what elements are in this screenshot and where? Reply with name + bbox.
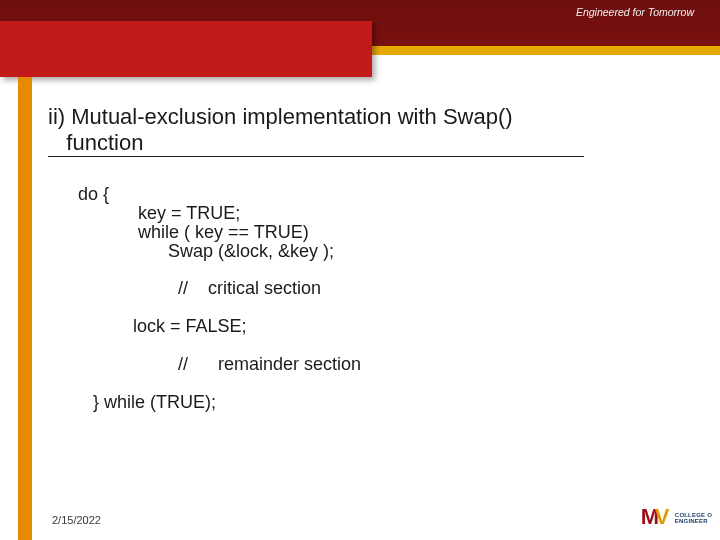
code-line: Swap (&lock, &key ); xyxy=(78,241,334,261)
title-line-2: function xyxy=(66,130,143,155)
footer-date: 2/15/2022 xyxy=(52,514,101,526)
code-line: lock = FALSE; xyxy=(78,316,247,336)
logo-text: COLLEGE O ENGINEER xyxy=(675,512,712,525)
college-logo: M V COLLEGE O ENGINEER xyxy=(641,506,712,530)
code-block: do { key = TRUE; while ( key == TRUE) Sw… xyxy=(78,166,660,412)
logo-text-bottom: ENGINEER xyxy=(675,518,708,524)
tagline-text: Engineered for Tomorrow xyxy=(576,6,694,18)
logo-text-top: COLLEGE O xyxy=(675,512,712,518)
logo-v-icon: V xyxy=(655,506,670,528)
title-line-1: ii) Mutual-exclusion implementation with… xyxy=(48,104,513,129)
slide-title: ii) Mutual-exclusion implementation with… xyxy=(48,104,680,156)
code-line: do { xyxy=(78,184,109,204)
logo-mark: M V xyxy=(641,506,671,530)
code-line: // remainder section xyxy=(78,354,361,374)
code-line: while ( key == TRUE) xyxy=(78,222,309,242)
code-line: } while (TRUE); xyxy=(78,392,216,412)
code-line: key = TRUE; xyxy=(78,203,240,223)
code-line: // critical section xyxy=(78,278,321,298)
title-underline xyxy=(48,156,584,157)
orange-side-strip xyxy=(18,77,32,540)
red-tab xyxy=(0,21,372,77)
